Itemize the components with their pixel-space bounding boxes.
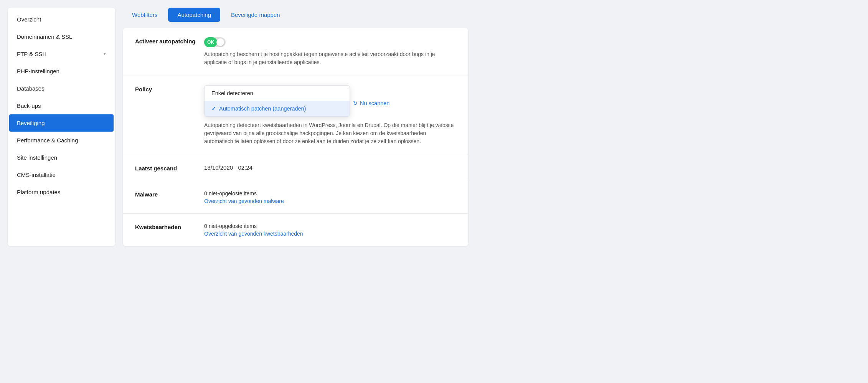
dropdown-item-enkel[interactable]: Enkel detecteren <box>205 86 350 101</box>
laatst-gescand-label: Laatst gescand <box>135 164 204 172</box>
kwetsbaarheden-content: 0 niet-opgeloste items Overzicht van gev… <box>204 223 456 237</box>
sidebar-item-label: CMS-installatie <box>17 172 56 178</box>
sidebar-item-label: Domeinnamen & SSL <box>17 33 72 40</box>
sidebar-item-label: Platform updates <box>17 189 60 195</box>
sidebar-item-label: Performance & Caching <box>17 137 78 144</box>
tab-autopatching[interactable]: Autopatching <box>168 8 220 22</box>
autopatching-toggle[interactable]: OK <box>204 37 226 47</box>
main-content: Webfilters Autopatching Beveiligde mappe… <box>123 8 468 246</box>
kwetsbaarheden-link[interactable]: Overzicht van gevonden kwetsbaarheden <box>204 231 456 237</box>
laatst-gescand-row: Laatst gescand 13/10/2020 - 02:24 <box>123 155 468 181</box>
sidebar-item-label: Site instellingen <box>17 154 57 161</box>
kwetsbaarheden-label: Kwetsbaarheden <box>135 223 204 230</box>
sidebar-item-php-instellingen[interactable]: PHP-instellingen <box>8 63 115 80</box>
kwetsbaarheden-items: 0 niet-opgeloste items <box>204 223 456 229</box>
sidebar-item-label: PHP-instellingen <box>17 68 59 74</box>
sidebar-item-label: Back-ups <box>17 102 41 109</box>
policy-inline: Enkel detecteren ✓ Automatisch patchen (… <box>204 85 456 121</box>
sidebar-item-label: Overzicht <box>17 16 41 23</box>
sidebar-item-cms-installatie[interactable]: CMS-installatie <box>8 166 115 183</box>
check-icon: ✓ <box>211 106 216 112</box>
sidebar: OverzichtDomeinnamen & SSLFTP & SSH▾PHP-… <box>8 8 115 246</box>
app-container: OverzichtDomeinnamen & SSLFTP & SSH▾PHP-… <box>8 8 468 246</box>
malware-content: 0 niet-opgeloste items Overzicht van gev… <box>204 190 456 204</box>
malware-link[interactable]: Overzicht van gevonden malware <box>204 198 456 204</box>
laatst-gescand-content: 13/10/2020 - 02:24 <box>204 164 456 171</box>
refresh-icon: ↻ <box>353 100 358 106</box>
policy-label: Policy <box>135 85 204 92</box>
automatisch-patchen-label: Automatisch patchen (aangeraden) <box>219 106 306 112</box>
sidebar-item-label: FTP & SSH <box>17 51 46 57</box>
sidebar-item-databases[interactable]: Databases <box>8 80 115 97</box>
policy-dropdown[interactable]: Enkel detecteren ✓ Automatisch patchen (… <box>204 85 350 117</box>
sidebar-item-back-ups[interactable]: Back-ups <box>8 97 115 114</box>
malware-row: Malware 0 niet-opgeloste items Overzicht… <box>123 181 468 214</box>
autopatching-card: Activeer autopatching OK Autopatching be… <box>123 28 468 246</box>
tab-webfilters[interactable]: Webfilters <box>123 8 167 22</box>
tab-beveiligde-mappen[interactable]: Beveiligde mappen <box>222 8 289 22</box>
sidebar-item-overzicht[interactable]: Overzicht <box>8 11 115 28</box>
toggle-ok-label: OK <box>204 37 217 47</box>
tabs-bar: Webfilters Autopatching Beveiligde mappe… <box>123 8 468 22</box>
activeer-content: OK Autopatching beschermt je hostingpakk… <box>204 37 456 66</box>
sidebar-item-label: Beveiliging <box>17 120 45 126</box>
policy-description: Autopatching detecteert kwetsbaarheden i… <box>204 121 456 145</box>
malware-items: 0 niet-opgeloste items <box>204 190 456 196</box>
activeer-label: Activeer autopatching <box>135 37 204 45</box>
sidebar-item-site-instellingen[interactable]: Site instellingen <box>8 149 115 166</box>
nu-scannen-wrap: ↻ Nu scannen <box>353 100 389 106</box>
sidebar-item-performance-caching[interactable]: Performance & Caching <box>8 132 115 149</box>
sidebar-item-label: Databases <box>17 85 45 92</box>
kwetsbaarheden-row: Kwetsbaarheden 0 niet-opgeloste items Ov… <box>123 214 468 246</box>
policy-content: Enkel detecteren ✓ Automatisch patchen (… <box>204 85 456 145</box>
sidebar-item-platform-updates[interactable]: Platform updates <box>8 183 115 201</box>
nu-scannen-link[interactable]: Nu scannen <box>360 100 389 106</box>
laatst-gescand-value: 13/10/2020 - 02:24 <box>204 164 252 171</box>
activeer-row: Activeer autopatching OK Autopatching be… <box>123 28 468 76</box>
toggle-knob <box>216 38 224 46</box>
activeer-description: Autopatching beschermt je hostingpakket … <box>204 50 456 66</box>
policy-row: Policy Enkel detecteren ✓ Automatisch pa… <box>123 76 468 155</box>
sidebar-item-beveiliging[interactable]: Beveiliging <box>9 114 114 132</box>
dropdown-item-automatisch[interactable]: ✓ Automatisch patchen (aangeraden) <box>205 101 350 116</box>
chevron-down-icon: ▾ <box>104 51 106 56</box>
sidebar-item-domeinnamen-ssl[interactable]: Domeinnamen & SSL <box>8 28 115 45</box>
sidebar-item-ftp-ssh[interactable]: FTP & SSH▾ <box>8 45 115 63</box>
malware-label: Malware <box>135 190 204 198</box>
enkel-detecteren-label: Enkel detecteren <box>211 90 253 96</box>
